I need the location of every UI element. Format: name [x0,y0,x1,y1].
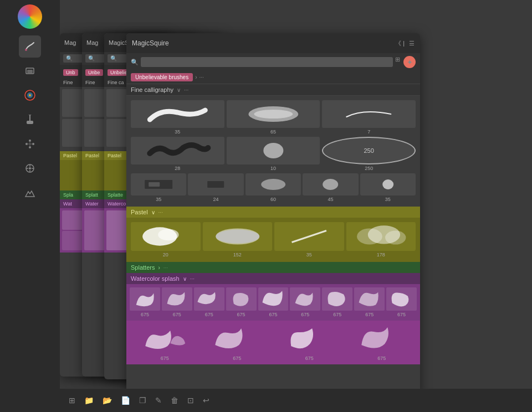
wc-item-3[interactable]: 675 [194,287,224,317]
brush-item-11[interactable]: 35 [360,173,416,202]
pastel-chevron[interactable]: ∨ [151,209,155,215]
panels-container: Mag Unb Fine Pastel Spla Wat [60,0,532,412]
brush-num-6: 250 [365,166,373,171]
bottom-copy-btn[interactable]: ❐ [139,396,146,405]
wc-item-5[interactable]: 675 [258,287,289,317]
subcategory-more[interactable]: ··· [184,87,188,93]
bottom-expand-btn[interactable]: ⊡ [187,396,194,405]
brush-item-2[interactable]: 65 [227,100,320,135]
toolbar-icon-layers[interactable] [19,60,41,82]
toolbar-icon-colors[interactable] [19,84,41,106]
pastel-more[interactable]: ··· [158,209,163,215]
toolbar-icon-nodes[interactable] [19,133,41,155]
wc-preview-r2-1 [130,324,200,354]
brush-item-9[interactable]: 60 [245,173,301,202]
svg-point-30 [323,179,338,190]
toolbar-icon-wheel[interactable] [19,157,41,179]
subcategory-bar: Fine calligraphy ∨ ··· [126,84,420,96]
wc-item-r2-1[interactable]: 675 [130,324,200,361]
wc-item-4[interactable]: 675 [226,287,257,317]
brush-item-10[interactable]: 45 [303,173,358,202]
wc-preview-r2-3 [274,324,345,354]
wc-item-7[interactable]: 675 [322,287,352,317]
breadcrumb-bar: Unbelievable brushes › ··· [126,71,420,84]
brush-item-8[interactable]: 24 [188,173,243,202]
wc-item-6[interactable]: 675 [290,287,320,317]
wc-item-r2-4[interactable]: 675 [347,324,417,361]
bottom-grid-btn[interactable]: ⊞ [69,396,75,405]
panel1-search-bar: 🔍 ⊞ ✦ [126,53,420,71]
bottom-folder-btn[interactable]: 📁 [84,396,94,405]
watercolor-chevron[interactable]: ∨ [183,276,187,282]
pastel-item-4[interactable]: 178 [346,222,416,258]
search-icon: 🔍 [131,59,139,66]
wc-item-r2-2[interactable]: 675 [202,324,273,361]
wc-preview-5 [258,287,289,311]
bottom-folder2-btn[interactable]: 📂 [103,396,112,405]
bottom-edit-btn[interactable]: ✎ [155,396,162,405]
brush-item-6[interactable]: 250 250 [322,137,416,171]
brush-item-1[interactable]: 35 [131,100,224,135]
left-toolbar [0,0,60,412]
toolbar-icon-paint[interactable] [19,109,41,131]
wc-item-2[interactable]: 675 [162,287,192,317]
wc-num-9: 675 [397,312,406,317]
eraser-icon[interactable]: ✦ [403,56,416,68]
brush-num-1: 35 [175,129,180,135]
wc-preview-2 [162,287,192,311]
wc-item-8[interactable]: 675 [354,287,385,317]
brush-num-4: 28 [175,166,180,171]
pastel-header[interactable]: Pastel ∨ ··· [126,207,420,218]
toolbar-icon-mountain[interactable] [19,182,41,204]
brush-preview-8 [188,173,243,195]
svg-rect-28 [208,181,224,188]
brush-item-4[interactable]: 28 [131,137,224,171]
brush-preview-5 [227,137,320,164]
back-button[interactable]: 《 | [395,39,405,48]
svg-rect-27 [149,182,160,187]
wc-item-9[interactable]: 675 [386,287,417,317]
grid-icon[interactable]: ⊞ [395,56,400,68]
pastel-item-3[interactable]: 35 [274,222,344,258]
splatters-more[interactable]: ··· [163,265,168,271]
watercolor-grid-1: 675 675 675 [126,284,420,321]
brush-num-9: 60 [270,197,276,202]
wc-preview-4 [226,287,257,311]
menu-button[interactable]: ☰ [409,40,415,47]
bottom-file-btn[interactable]: 📄 [121,396,130,405]
breadcrumb-more[interactable]: ··· [200,74,204,80]
bottom-undo-btn[interactable]: ↩ [203,396,209,405]
brush-preview-7 [131,173,186,195]
svg-point-35 [216,230,259,244]
brush-item-3[interactable]: 7 [322,100,416,135]
svg-point-25 [263,143,283,158]
app-logo[interactable] [18,4,42,29]
panel4-bc-item[interactable]: Unb [63,69,78,76]
pastel-preview-4 [346,222,416,251]
watercolor-more[interactable]: ··· [190,276,195,282]
subcategory-label[interactable]: Fine calligraphy [131,86,173,93]
bottom-delete-btn[interactable]: 🗑 [171,396,178,405]
brush-item-5[interactable]: 10 [227,137,320,171]
brush-num-11: 35 [385,197,391,202]
wc-item-r2-3[interactable]: 675 [274,324,345,361]
subcategory-chevron[interactable]: ∨ [177,87,181,93]
watercolor-header[interactable]: Watercolor splash ∨ ··· [126,273,420,284]
wc-preview-9 [386,287,417,311]
breadcrumb-item-1[interactable]: Unbelievable brushes [131,73,193,81]
splatters-section[interactable]: Splatters › ··· [126,262,420,273]
panel3-bc-item[interactable]: Unbe [85,69,103,76]
splatters-chevron[interactable]: › [158,265,160,271]
brush-item-7[interactable]: 35 [131,173,186,202]
svg-point-0 [25,49,27,51]
pastel-item-2[interactable]: 152 [203,222,273,258]
toolbar-icon-brush[interactable] [19,35,41,58]
wc-num-r2-3: 675 [305,356,314,361]
pastel-preview-1 [131,222,201,251]
pastel-num-1: 20 [163,252,168,258]
search-input[interactable] [141,57,393,67]
brush-preview-9 [245,173,301,195]
splatters-label: Splatters [131,264,155,271]
pastel-item-1[interactable]: 20 [131,222,201,258]
wc-item-1[interactable]: 675 [130,287,160,317]
